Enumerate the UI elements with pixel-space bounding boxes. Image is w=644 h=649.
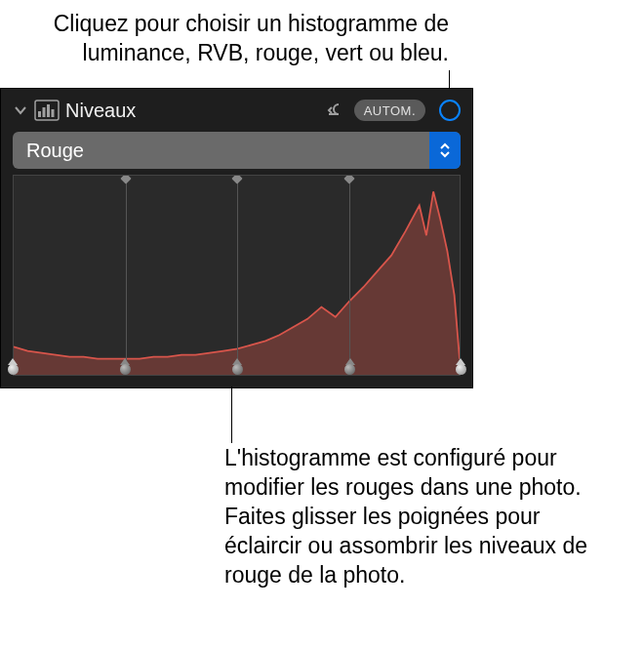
enable-toggle-ring[interactable]	[439, 100, 461, 121]
channel-dropdown-row: Rouge	[1, 132, 472, 175]
levels-handle[interactable]	[453, 358, 468, 378]
levels-panel: Niveaux AUTOM. Rouge	[0, 88, 473, 388]
grid-line	[349, 176, 350, 375]
svg-rect-1	[38, 111, 41, 117]
panel-header: Niveaux AUTOM.	[1, 89, 472, 132]
grid-line	[126, 176, 127, 375]
channel-dropdown-label: Rouge	[13, 140, 429, 162]
levels-handle[interactable]	[5, 358, 20, 378]
svg-rect-3	[47, 104, 50, 117]
disclosure-chevron-icon[interactable]	[13, 102, 28, 118]
svg-rect-4	[52, 109, 55, 117]
callout-top-text: Cliquez pour choisir un histogramme de l…	[20, 10, 449, 68]
levels-handle[interactable]	[229, 358, 245, 378]
callout-bottom-text: L'histogramme est configuré pour modifie…	[224, 444, 615, 589]
channel-dropdown[interactable]: Rouge	[13, 132, 461, 169]
histogram-area	[1, 175, 472, 387]
levels-icon	[34, 100, 60, 121]
dropdown-arrows-icon	[429, 132, 461, 169]
panel-title: Niveaux	[65, 100, 321, 122]
levels-handle[interactable]	[117, 358, 133, 378]
svg-rect-2	[43, 107, 46, 117]
undo-icon[interactable]	[327, 101, 346, 120]
grid-line	[237, 176, 238, 375]
callout-leader-line-bottom	[231, 386, 232, 443]
auto-button[interactable]: AUTOM.	[354, 100, 425, 121]
levels-handle[interactable]	[342, 358, 358, 378]
histogram-box	[13, 175, 461, 376]
